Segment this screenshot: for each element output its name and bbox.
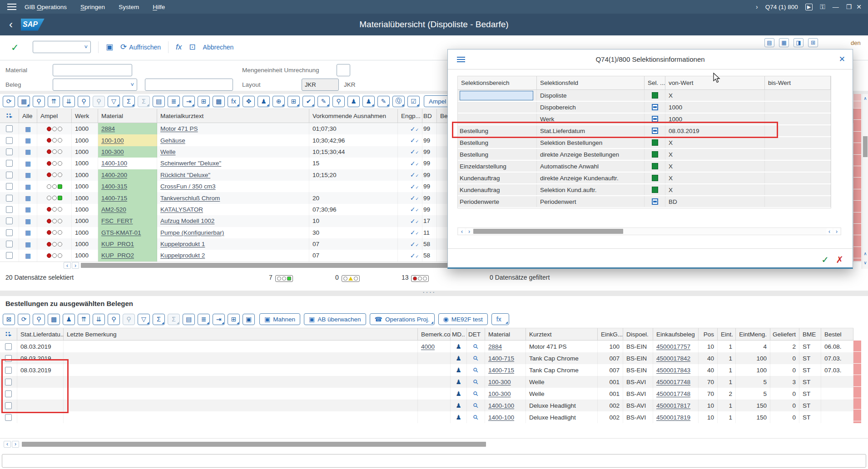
einkaufsbeleg-link[interactable]: 4500017842 — [656, 355, 690, 362]
view-toggle-icon[interactable]: ⊞ — [808, 38, 818, 47]
bottom-toolbar-icon[interactable]: Σ — [153, 314, 165, 325]
bottom-action-button[interactable]: ▣AB überwachen — [304, 313, 366, 325]
scroll-left-icon[interactable]: ‹ — [459, 228, 465, 234]
detail-grid-icon[interactable]: ▦ — [25, 229, 31, 236]
grid-toolbar-icon[interactable]: ⟳ — [3, 96, 15, 107]
md-person-icon[interactable]: ♟ — [456, 343, 461, 350]
material-link[interactable]: 1400-715 — [488, 367, 514, 374]
cancel-button[interactable]: Abbrechen — [203, 44, 234, 51]
col-header-date[interactable]: Stat.Lieferdatu.. — [17, 328, 64, 340]
grid-toolbar-icon[interactable]: ⚲ — [33, 96, 45, 107]
bestellungen-hscrollbar[interactable]: ‹ › — [0, 438, 868, 449]
selection-option-icon[interactable] — [652, 92, 658, 99]
layout-field[interactable]: JKR — [302, 79, 339, 91]
detail-grid-icon[interactable]: ▦ — [25, 206, 31, 213]
selection-option-icon[interactable] — [652, 163, 658, 169]
einkaufsbeleg-link[interactable]: 4500017748 — [656, 390, 690, 397]
bottom-toolbar-icon[interactable]: ▽ — [138, 314, 150, 325]
kurztext-link[interactable]: Motor 471 PS — [160, 125, 198, 132]
bottom-toolbar-icon[interactable]: ⚲ — [108, 314, 120, 325]
selection-option-icon[interactable] — [652, 116, 658, 122]
vscroll-thumb[interactable] — [863, 136, 868, 157]
bottom-toolbar-icon[interactable]: ♟ — [63, 314, 75, 325]
status-message-field[interactable] — [2, 454, 866, 468]
detail-magnifier-icon[interactable]: ⚲ — [471, 366, 480, 375]
grid-toolbar-icon[interactable]: ⇊ — [63, 96, 75, 107]
scroll-left-icon[interactable]: ‹ — [4, 441, 11, 448]
detail-magnifier-icon[interactable]: ⚲ — [471, 354, 480, 363]
beleg-combobox[interactable]: ˅ — [53, 79, 137, 91]
grid-toolbar-icon[interactable]: Ⓠ — [392, 96, 405, 107]
grid-toolbar-icon[interactable]: ✔ — [303, 96, 315, 107]
material-link[interactable]: 1400-100 — [488, 414, 514, 421]
hscroll-thumb[interactable] — [81, 263, 503, 268]
col-header-bd[interactable]: BD — [422, 109, 437, 123]
bottom-toolbar-icon[interactable]: ▤ — [183, 314, 195, 325]
col-header-det[interactable]: DET — [467, 328, 485, 340]
org-chart-icon[interactable]: ⊡ — [189, 42, 195, 52]
ok-button[interactable]: ✓ — [11, 42, 19, 53]
kurztext-link[interactable]: Scheinwerfer "Deluxe" — [160, 160, 221, 167]
kurztext-link[interactable]: Kuppelprodukt 2 — [160, 252, 205, 259]
material-link[interactable]: 100-300 — [101, 148, 124, 155]
bottom-action-button[interactable]: ◉ME92F test — [438, 313, 488, 325]
kurztext-link[interactable]: Aufzug Modell 1002 — [160, 217, 214, 224]
bottom-action-button[interactable]: ▣Mahnen — [259, 313, 300, 325]
grid-toolbar-icon[interactable]: ⚲ — [93, 96, 105, 107]
col-header-selektionsbereich[interactable]: Selektionsbereich — [458, 76, 537, 89]
detail-magnifier-icon[interactable]: ⚲ — [471, 401, 480, 410]
double-check-icon[interactable]: ✓✓ — [410, 217, 419, 225]
vertical-scrollbar[interactable]: ∧ ∧ ∨ — [862, 94, 868, 269]
kurztext-link[interactable]: Welle — [160, 148, 176, 155]
row-checkbox[interactable] — [6, 217, 13, 224]
bottom-toolbar-icon[interactable]: ⇈ — [78, 314, 90, 325]
col-header-bemerkung[interactable]: Letzte Bemerkung — [64, 328, 418, 340]
grid-toolbar-icon[interactable]: ♟ — [362, 96, 375, 107]
double-check-icon[interactable]: ✓✓ — [410, 252, 419, 259]
material-link[interactable]: GTS-KMAT-01 — [101, 229, 141, 236]
material-link[interactable]: 100-100 — [101, 137, 124, 144]
detail-magnifier-icon[interactable]: ⚲ — [471, 342, 480, 351]
bottom-action-button[interactable]: ☎Operations Proj. — [370, 313, 435, 325]
truncated-toolbar-label[interactable]: den — [851, 39, 861, 46]
menu-item[interactable]: System — [119, 4, 139, 10]
col-header-bemcode[interactable]: Bemerk.code — [418, 328, 451, 340]
material-link[interactable]: 100-300 — [488, 379, 511, 385]
grid-toolbar-icon[interactable]: ⇥ — [183, 96, 195, 107]
menu-icon[interactable] — [7, 4, 16, 10]
material-link[interactable]: 1400-715 — [488, 355, 514, 362]
dialog-title-bar[interactable]: Q74(1)/800 Selektionsinformationen ✕ — [448, 49, 853, 69]
col-header-material[interactable]: Material — [98, 109, 157, 123]
dialog-confirm-button[interactable]: ✓ — [821, 254, 829, 265]
menu-item[interactable]: Springen — [80, 4, 105, 10]
material-link[interactable]: KUP_PRO1 — [101, 241, 134, 247]
col-header-werk[interactable]: Werk — [72, 109, 98, 123]
close-button[interactable]: ✕ — [856, 3, 862, 10]
material-link[interactable]: 100-300 — [488, 390, 511, 397]
material-link[interactable]: 1400-100 — [101, 160, 127, 167]
row-checkbox[interactable] — [6, 148, 13, 155]
col-header-selektionsfeld[interactable]: Selektionsfeld — [537, 76, 645, 89]
col-header-engp[interactable]: Engp... — [398, 109, 422, 123]
row-checkbox[interactable] — [6, 241, 13, 247]
dialog-hscrollbar[interactable]: ‹ › ‹ › — [457, 227, 841, 235]
row-checkbox[interactable] — [5, 414, 12, 421]
detail-grid-icon[interactable]: ▦ — [25, 171, 31, 178]
detail-grid-icon[interactable]: ▦ — [25, 217, 31, 225]
row-checkbox[interactable] — [6, 183, 13, 190]
double-check-icon[interactable]: ✓✓ — [410, 206, 419, 213]
grid-toolbar-icon[interactable]: ⚲ — [78, 96, 90, 107]
selection-option-icon[interactable] — [652, 104, 658, 110]
grid-toolbar-icon[interactable]: ▤ — [153, 96, 165, 107]
bottom-action-button[interactable]: fx — [491, 313, 509, 325]
col-header-einkg[interactable]: EinkG... — [598, 328, 623, 340]
selection-option-icon[interactable] — [652, 198, 658, 205]
grid-toolbar-icon[interactable]: ⊞ — [198, 96, 210, 107]
bottom-toolbar-icon[interactable]: ▩ — [48, 314, 60, 325]
detail-magnifier-icon[interactable]: ⚲ — [471, 390, 480, 398]
row-checkbox[interactable] — [6, 172, 13, 178]
detail-grid-icon[interactable]: ▦ — [25, 194, 31, 202]
focused-cell[interactable] — [460, 91, 533, 100]
command-combobox[interactable]: ˅ — [33, 41, 91, 53]
select-all-icon[interactable]: ∷▸ — [6, 112, 12, 120]
